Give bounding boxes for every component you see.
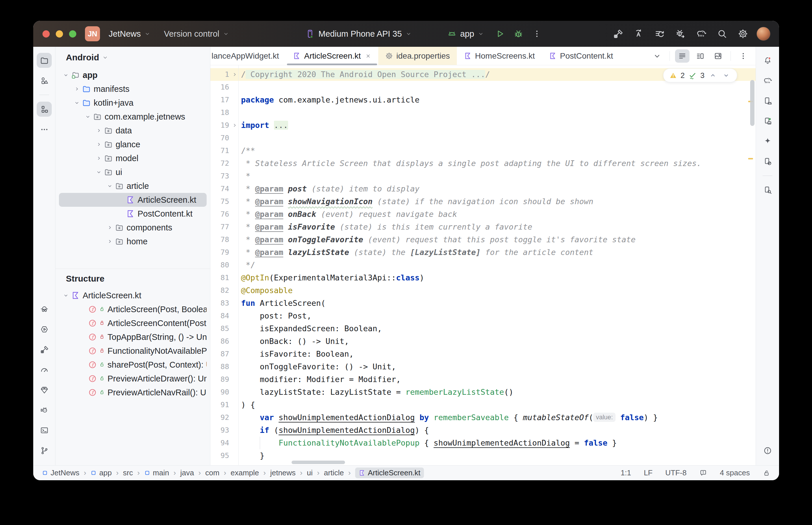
structure-root[interactable]: ArticleScreen.kt [59, 288, 207, 302]
resource-manager-tool-button[interactable] [37, 73, 52, 88]
breadcrumb-item[interactable]: java [180, 468, 194, 477]
code-line[interactable]: * @param lazyListState (state) the [Lazy… [239, 246, 756, 259]
version-control-menu[interactable]: Version control [160, 26, 233, 42]
tree-expand-toggle[interactable] [83, 112, 93, 121]
tree-expand-toggle[interactable] [94, 168, 104, 177]
tab-glanceappwidget[interactable]: lanceAppWidget.kt [210, 47, 286, 65]
running-devices-tool-button[interactable] [760, 114, 775, 129]
build-variants-button[interactable] [653, 27, 666, 41]
app-inspection-tool-button[interactable] [37, 382, 52, 397]
gradle-sync-button[interactable] [695, 27, 708, 41]
horizontal-scrollbar[interactable] [292, 461, 345, 464]
notifications-button[interactable] [760, 53, 775, 68]
tree-expand-toggle[interactable] [94, 126, 104, 135]
warning-count[interactable]: 2 [680, 71, 684, 80]
close-tab-icon[interactable] [365, 53, 371, 59]
split-view-button[interactable] [693, 49, 707, 63]
breadcrumb-item[interactable]: example [231, 468, 259, 477]
tree-item-manifests[interactable]: manifests [59, 82, 207, 96]
code-line[interactable]: fun ArticleScreen( [239, 297, 756, 310]
attach-debugger-button[interactable] [674, 27, 687, 41]
breadcrumb-item[interactable]: main [144, 468, 169, 477]
code-line[interactable]: modifier: Modifier = Modifier, [239, 373, 756, 386]
project-tool-button[interactable] [37, 53, 52, 68]
device-manager-tool-button[interactable] [760, 93, 775, 108]
run-button[interactable] [493, 27, 506, 41]
code-line[interactable]: var showUnimplementedActionDialog by rem… [239, 411, 756, 424]
previous-problem-button[interactable] [708, 71, 718, 80]
run-configuration-selector[interactable]: app [443, 26, 488, 42]
code-line[interactable]: * @param showNavigationIcon (state) if t… [239, 195, 756, 208]
fold-toggle-icon[interactable] [232, 72, 238, 77]
code-line[interactable]: * @param onBack (event) request navigate… [239, 208, 756, 221]
tab-articlescreen[interactable]: ArticleScreen.kt [286, 47, 378, 65]
tree-item-postcontent-kt[interactable]: PostContent.kt [59, 207, 207, 221]
code-line[interactable]: * @param post (state) item to display [239, 182, 756, 195]
breadcrumb-item[interactable]: jetnews [270, 468, 296, 477]
hidden-tabs-button[interactable] [650, 49, 664, 63]
device-mirroring-tool-button[interactable] [760, 154, 775, 169]
code-line[interactable]: lazyListState: LazyListState = rememberL… [239, 386, 756, 399]
device-selector[interactable]: Medium Phone API 35 [301, 26, 416, 42]
tree-item-data[interactable]: data [59, 124, 207, 137]
tab-ideaproperties[interactable]: idea.properties [378, 47, 457, 65]
settings-button[interactable] [736, 27, 750, 41]
code-line[interactable]: @OptIn(ExperimentalMaterial3Api::class) [239, 271, 756, 284]
breadcrumb-item[interactable]: src [123, 468, 133, 477]
tab-postcontent[interactable]: PostContent.kt [542, 47, 620, 65]
tree-expand-toggle[interactable] [72, 85, 82, 93]
apply-changes-button[interactable] [632, 27, 646, 41]
tree-expand-toggle[interactable] [105, 237, 115, 246]
run-tool-button[interactable] [37, 322, 52, 337]
code-line[interactable]: post: Post, [239, 310, 756, 322]
project-view-selector[interactable]: Android [56, 47, 210, 68]
structure-item[interactable]: fArticleScreen(Post, Boolean, [59, 302, 207, 316]
code-area[interactable]: / Copyright 2020 The Android Open Source… [239, 65, 756, 465]
close-window-button[interactable] [43, 30, 50, 38]
tree-item-kotlin-java[interactable]: kotlin+java [59, 96, 207, 110]
zoom-window-button[interactable] [69, 30, 76, 38]
code-line[interactable]: /** [239, 145, 756, 157]
more-tool-windows-button[interactable] [37, 122, 52, 137]
code-line[interactable] [239, 132, 756, 145]
design-view-button[interactable] [711, 49, 725, 63]
titlebar[interactable]: JN JetNews Version control Medium Phone … [33, 21, 779, 47]
code-line[interactable]: if (showUnimplementedActionDialog) { [239, 424, 756, 437]
tree-item-model[interactable]: model [59, 151, 207, 165]
app-quality-insights-tool-button[interactable] [37, 301, 52, 316]
code-line[interactable]: ) { [239, 399, 756, 411]
code-line[interactable]: */ [239, 259, 756, 271]
warning-stripe-mark[interactable] [748, 158, 753, 160]
caret-position-widget[interactable]: 1:1 [621, 468, 631, 477]
code-view-button[interactable] [675, 49, 690, 63]
fold-toggle-icon[interactable] [232, 122, 238, 128]
code-line[interactable]: onBack: () -> Unit, [239, 335, 756, 348]
code-line[interactable]: isExpandedScreen: Boolean, [239, 322, 756, 335]
breadcrumb-item[interactable]: com [205, 468, 219, 477]
code-line[interactable]: onToggleFavorite: () -> Unit, [239, 360, 756, 373]
code-line[interactable]: @Composable [239, 284, 756, 297]
structure-item[interactable]: fPreviewArticleNavRail(): Unit [59, 386, 207, 400]
build-button[interactable] [611, 27, 625, 41]
terminal-tool-button[interactable] [37, 423, 52, 438]
search-everywhere-button[interactable] [715, 27, 729, 41]
passed-count[interactable]: 3 [700, 71, 705, 80]
tree-item-article[interactable]: article [59, 179, 207, 193]
structure-item[interactable]: fTopAppBar(String, () -> Unit, [59, 330, 207, 344]
code-line[interactable]: FunctionalityNotAvailablePopup { showUni… [239, 437, 756, 449]
indent-style-widget[interactable]: 4 spaces [720, 468, 750, 477]
line-separator-widget[interactable]: LF [644, 468, 652, 477]
tree-expand-toggle[interactable] [105, 223, 115, 232]
structure-item[interactable]: fsharePost(Post, Context): Un [59, 358, 207, 372]
tree-expand-toggle[interactable] [94, 154, 104, 163]
gemini-tool-button[interactable] [760, 134, 775, 149]
code-line[interactable]: import ... [239, 119, 756, 132]
tree-item-home[interactable]: home [59, 235, 207, 248]
structure-item[interactable]: fFunctionalityNotAvailablePop [59, 344, 207, 358]
breadcrumb-item[interactable]: JetNews [42, 468, 79, 477]
breadcrumb-item[interactable]: article [324, 468, 344, 477]
breadcrumb-item[interactable]: app [90, 468, 112, 477]
minimize-window-button[interactable] [56, 30, 63, 38]
editor-options-button[interactable] [736, 49, 751, 63]
code-line[interactable]: * [239, 170, 756, 182]
